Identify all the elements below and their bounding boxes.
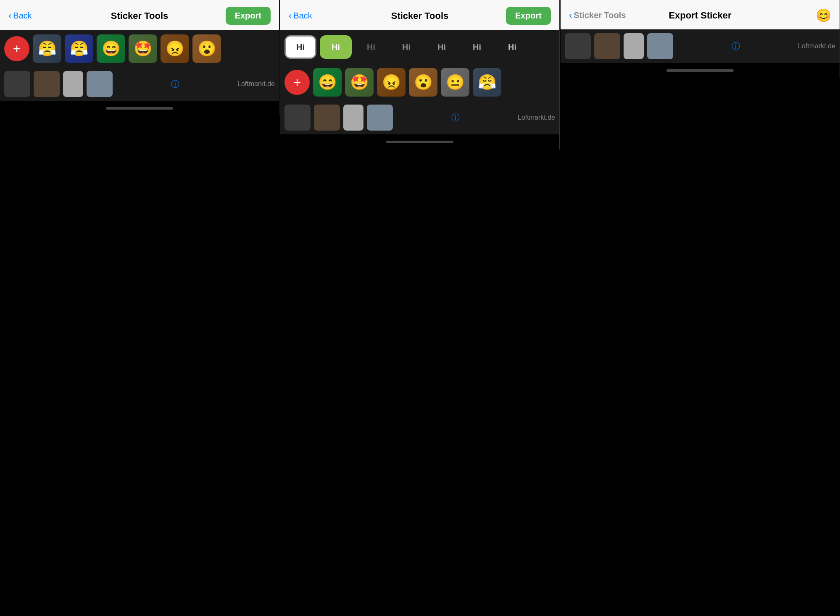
- ad-thumb-1: [4, 71, 30, 97]
- ad-thumb-2: [34, 71, 60, 97]
- nav-right-3: 😊: [732, 8, 831, 23]
- style-item-4[interactable]: Hi: [390, 35, 422, 59]
- screen-3: ‹ Sticker Tools Export Sticker 😊 🍕🎸🌮🐟🦴🍔🎵…: [561, 0, 840, 78]
- export-button-1[interactable]: Export: [226, 7, 271, 25]
- nav-left-1: ‹ Back: [8, 10, 96, 21]
- ad-thumb-s3-2: [594, 33, 620, 59]
- back-label-3[interactable]: Sticker Tools: [574, 10, 626, 20]
- nav-title-1: Sticker Tools: [96, 10, 183, 21]
- emoji-icon-3[interactable]: 😊: [816, 8, 831, 23]
- ad-brand-2: Loftmarkt.de: [518, 114, 555, 121]
- back-button-1[interactable]: Back: [13, 11, 32, 21]
- style-item-3[interactable]: Hi: [355, 35, 387, 59]
- ad-thumb-s2-4: [367, 105, 393, 131]
- info-icon-1[interactable]: ⓘ: [171, 79, 179, 90]
- strip-face-5[interactable]: 😠: [161, 34, 189, 63]
- screen-2: ‹ Back Sticker Tools Export 🍕🎸🌮🐟🦴🍔🎵🏀 🌸🍦🎈…: [280, 0, 560, 149]
- back-button-2[interactable]: Back: [293, 11, 312, 21]
- ad-thumb-3: [63, 71, 83, 97]
- strip-face-3[interactable]: 😄: [97, 34, 125, 63]
- nav-bar-2: ‹ Back Sticker Tools Export: [280, 0, 559, 30]
- strip-face-s2-3[interactable]: 😠: [377, 68, 406, 97]
- home-indicator-1: [0, 101, 279, 116]
- nav-bar-1: ‹ Back Sticker Tools Export: [0, 0, 279, 30]
- export-sticker-title: Export Sticker: [669, 10, 731, 21]
- nav-right-1: Export: [183, 7, 271, 25]
- ad-thumb-4: [87, 71, 113, 97]
- nav-left-2: ‹ Back: [289, 10, 376, 21]
- ad-brand-1: Loftmarkt.de: [237, 80, 275, 88]
- ad-strip-2: ⓘ Loftmarkt.de: [280, 101, 559, 134]
- style-item-2[interactable]: Hi: [320, 35, 352, 59]
- nav-right-2: Export: [463, 7, 551, 25]
- strip-face-6[interactable]: 😮: [192, 34, 221, 63]
- style-item-5[interactable]: Hi: [426, 35, 458, 59]
- sticker-styles-2: Hi Hi Hi Hi Hi Hi Hi: [280, 30, 559, 64]
- home-bar-3: [666, 69, 734, 72]
- home-bar-1: [106, 107, 173, 110]
- strip-face-s2-6[interactable]: 😤: [473, 68, 501, 97]
- strip-face-1[interactable]: 😤: [33, 34, 61, 63]
- back-chevron-icon-2: ‹: [289, 10, 292, 21]
- back-chevron-icon-3: ‹: [569, 10, 572, 21]
- home-bar-2: [386, 141, 453, 143]
- style-item-1[interactable]: Hi: [284, 35, 316, 59]
- strip-face-s2-1[interactable]: 😄: [313, 68, 342, 97]
- nav-left-3: ‹ Sticker Tools: [569, 10, 669, 21]
- ad-thumb-s3-1: [565, 33, 591, 59]
- strip-face-s2-2[interactable]: 🤩: [345, 68, 374, 97]
- screen-1: ‹ Back Sticker Tools Export 🍕🎸🌮🐟🦴🍔🎵🏀 🌸🍦🎈…: [0, 0, 279, 116]
- style-item-7[interactable]: Hi: [496, 35, 528, 59]
- info-icon-3[interactable]: ⓘ: [732, 41, 740, 52]
- add-sticker-button-2[interactable]: +: [284, 70, 310, 95]
- ad-thumb-s2-2: [314, 105, 340, 131]
- strip-face-s2-4[interactable]: 😮: [409, 68, 437, 97]
- ad-thumb-s3-3: [624, 33, 644, 59]
- strip-face-s2-5[interactable]: 😐: [441, 68, 469, 97]
- ad-brand-3: Loftmarkt.de: [798, 42, 835, 50]
- nav-title-2: Sticker Tools: [376, 10, 463, 21]
- strip-face-4[interactable]: 🤩: [129, 34, 157, 63]
- sticker-strip-2: + 😄 🤩 😠 😮 😐 😤: [280, 64, 559, 101]
- ad-strip-1: ⓘ Loftmarkt.de: [0, 67, 279, 101]
- ad-thumb-s2-1: [284, 105, 311, 131]
- info-icon-2[interactable]: ⓘ: [451, 112, 460, 123]
- export-button-2[interactable]: Export: [506, 7, 551, 25]
- home-indicator-3: [561, 63, 840, 78]
- nav-bar-3: ‹ Sticker Tools Export Sticker 😊: [561, 0, 840, 29]
- ad-strip-3: ⓘ Loftmarkt.de: [561, 29, 840, 63]
- style-item-6[interactable]: Hi: [461, 35, 493, 59]
- ad-thumb-s3-4: [647, 33, 673, 59]
- ad-thumb-s2-3: [343, 105, 363, 131]
- strip-face-2[interactable]: 😤: [65, 34, 93, 63]
- back-chevron-icon: ‹: [8, 10, 11, 21]
- home-indicator-2: [280, 134, 559, 149]
- add-sticker-button-1[interactable]: +: [4, 36, 29, 61]
- sticker-strip-1: + 😤 😤 😄 🤩 😠 😮: [0, 30, 279, 67]
